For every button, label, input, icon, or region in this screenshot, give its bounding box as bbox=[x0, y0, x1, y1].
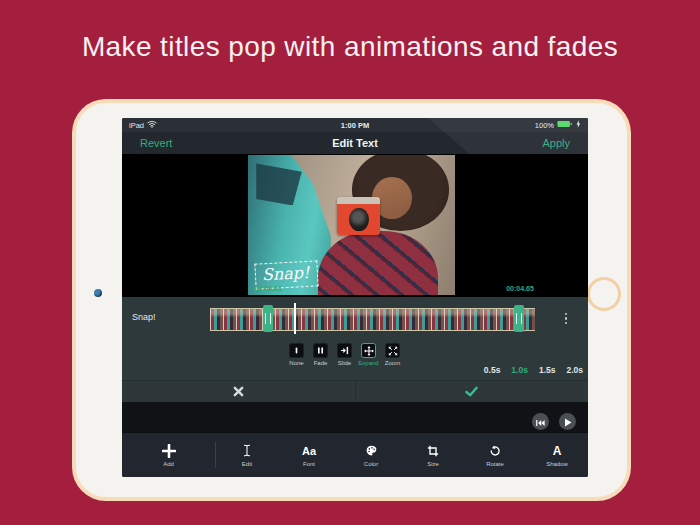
red-camera bbox=[337, 197, 380, 235]
toolbar-size-button[interactable]: Size bbox=[418, 444, 448, 467]
app-screen: iPad 1:00 PM 100% Re bbox=[122, 118, 588, 477]
edit-text-nav-bar: Revert Edit Text Apply bbox=[122, 132, 588, 154]
skip-start-button[interactable] bbox=[532, 413, 549, 430]
fade-icon bbox=[313, 343, 328, 358]
rotate-icon bbox=[489, 444, 501, 458]
crop-icon bbox=[427, 444, 439, 458]
filmstrip-track[interactable] bbox=[210, 308, 535, 331]
plus-icon bbox=[162, 444, 176, 458]
animation-option-none[interactable]: None bbox=[289, 343, 304, 366]
playhead[interactable] bbox=[294, 303, 296, 334]
confirm-bar bbox=[122, 380, 588, 403]
edit-toolbar: Add Edit Aa Font bbox=[122, 432, 588, 477]
timeline-panel: Snap! bbox=[122, 297, 588, 341]
animation-option-expand[interactable]: Expand bbox=[361, 343, 376, 366]
zoom-icon bbox=[385, 343, 400, 358]
clock: 1:00 PM bbox=[122, 121, 588, 130]
video-frame-photo: Snap! bbox=[248, 155, 455, 295]
front-camera-dot bbox=[94, 289, 102, 297]
play-button[interactable] bbox=[559, 413, 576, 430]
expand-icon bbox=[361, 343, 376, 358]
clip-start-time: 00:00.61 bbox=[240, 285, 296, 292]
shadow-icon: A bbox=[553, 445, 562, 457]
duration-1-5s[interactable]: 1.5s bbox=[539, 365, 556, 375]
x-icon bbox=[233, 383, 244, 401]
headline: Make titles pop with animations and fade… bbox=[0, 31, 700, 63]
marketing-screenshot: Make titles pop with animations and fade… bbox=[0, 0, 700, 525]
none-icon bbox=[289, 343, 304, 358]
toolbar-rotate-button[interactable]: Rotate bbox=[480, 444, 510, 467]
duration-0-5s[interactable]: 0.5s bbox=[484, 365, 501, 375]
toolbar-font-button[interactable]: Aa Font bbox=[294, 444, 324, 467]
animation-option-slide[interactable]: Slide bbox=[337, 343, 352, 366]
palette-icon bbox=[365, 444, 378, 458]
page-title: Edit Text bbox=[122, 137, 588, 149]
toolbar-color-button[interactable]: Color bbox=[356, 444, 386, 467]
clip-end-time: 00:04.65 bbox=[492, 285, 548, 292]
play-icon bbox=[564, 413, 572, 431]
cancel-button[interactable] bbox=[122, 381, 356, 403]
duration-2-0s[interactable]: 2.0s bbox=[566, 365, 583, 375]
home-button[interactable] bbox=[587, 277, 621, 311]
revert-button[interactable]: Revert bbox=[140, 137, 172, 149]
status-bar: iPad 1:00 PM 100% bbox=[122, 118, 588, 132]
animation-panel: None Fade Slide bbox=[122, 340, 588, 380]
ipad-device-frame: iPad 1:00 PM 100% Re bbox=[76, 103, 627, 497]
trim-handle-right[interactable] bbox=[514, 305, 524, 332]
animation-options: None Fade Slide bbox=[289, 343, 400, 366]
subject-plaid-shirt bbox=[318, 231, 438, 295]
transport-area bbox=[122, 402, 588, 432]
skip-start-icon bbox=[536, 413, 545, 431]
check-icon bbox=[465, 383, 478, 401]
camera-lens bbox=[349, 208, 369, 231]
slide-icon bbox=[337, 343, 352, 358]
apply-button[interactable]: Apply bbox=[542, 137, 570, 149]
toolbar-edit-button[interactable]: Edit bbox=[232, 444, 262, 467]
video-preview-area: Snap! bbox=[122, 154, 588, 297]
animation-option-zoom[interactable]: Zoom bbox=[385, 343, 400, 366]
toolbar-add-button[interactable]: Add bbox=[122, 444, 215, 467]
confirm-button[interactable] bbox=[356, 381, 589, 403]
kebab-menu-icon[interactable] bbox=[562, 308, 570, 329]
duration-1-0s[interactable]: 1.0s bbox=[511, 365, 528, 375]
animation-option-fade[interactable]: Fade bbox=[313, 343, 328, 366]
duration-options: 0.5s 1.0s 1.5s 2.0s bbox=[484, 365, 583, 375]
font-icon: Aa bbox=[302, 445, 316, 457]
timeline-clip-label: Snap! bbox=[132, 312, 156, 322]
toolbar-shadow-button[interactable]: A Shadow bbox=[542, 444, 572, 467]
trim-handle-left[interactable] bbox=[263, 305, 273, 332]
text-cursor-icon bbox=[241, 444, 253, 458]
